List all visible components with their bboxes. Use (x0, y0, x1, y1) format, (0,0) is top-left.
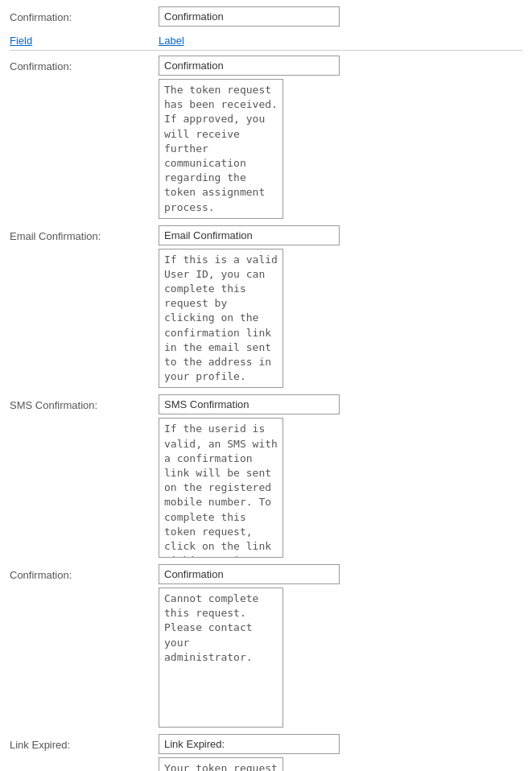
confirmation1-label: Confirmation: (10, 56, 159, 72)
sms-confirmation-label: SMS Confirmation: (10, 394, 159, 411)
link-expired-field-group (159, 734, 340, 771)
top-row: Confirmation: (10, 6, 522, 27)
email-confirmation-field-group (159, 225, 340, 389)
header-label: Label (159, 35, 184, 47)
header-field: Field (10, 35, 159, 47)
sms-confirmation-input[interactable] (159, 394, 340, 414)
link-expired-textarea[interactable] (159, 757, 283, 771)
top-input[interactable] (159, 6, 340, 27)
top-label-text: Confirmation: (10, 11, 72, 23)
form-row-link-expired: Link Expired: (10, 734, 522, 771)
form-row-confirmation2: Confirmation: (10, 564, 522, 728)
link-expired-input[interactable] (159, 734, 340, 754)
email-confirmation-label: Email Confirmation: (10, 225, 159, 242)
link-expired-label: Link Expired: (10, 734, 159, 751)
top-label: Confirmation: (10, 6, 159, 23)
confirmation1-input[interactable] (159, 56, 340, 76)
form-row-email-confirmation: Email Confirmation: (10, 225, 522, 389)
email-confirmation-textarea[interactable] (159, 249, 283, 389)
sms-confirmation-textarea[interactable] (159, 418, 283, 558)
confirmation2-textarea[interactable] (159, 588, 283, 728)
sms-confirmation-field-group (159, 394, 340, 558)
form-row-sms-confirmation: SMS Confirmation: (10, 394, 522, 558)
confirmation1-textarea[interactable] (159, 79, 283, 219)
top-field-group (159, 6, 340, 27)
header-row: Field Label (10, 35, 522, 51)
email-confirmation-input[interactable] (159, 225, 340, 245)
confirmation2-field-group (159, 564, 340, 728)
confirmation1-field-group (159, 56, 340, 219)
label-header-link[interactable]: Label (159, 35, 184, 47)
rows-container: Confirmation:Email Confirmation:SMS Conf… (10, 56, 522, 771)
field-header-link[interactable]: Field (10, 35, 32, 47)
form-row-confirmation1: Confirmation: (10, 56, 522, 219)
confirmation2-label: Confirmation: (10, 564, 159, 581)
confirmation2-input[interactable] (159, 564, 340, 584)
